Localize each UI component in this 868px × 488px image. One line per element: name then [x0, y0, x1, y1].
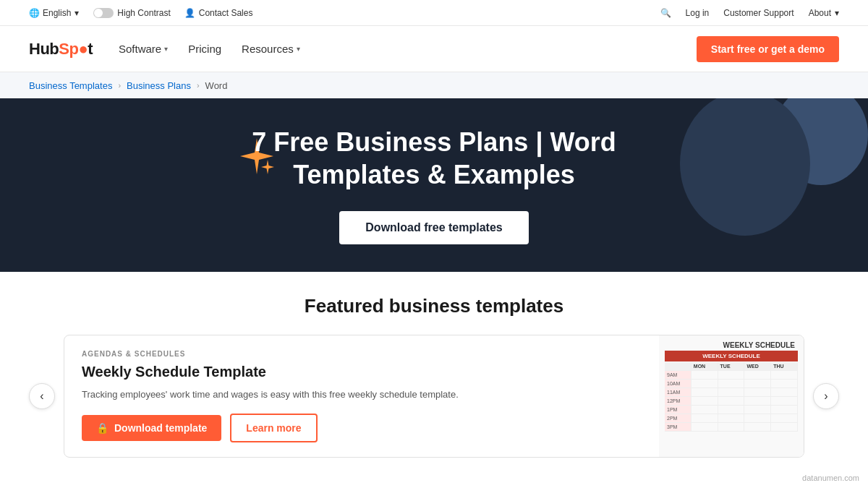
chevron-down-icon: ▾ — [164, 45, 168, 53]
breadcrumb: Business Templates › Business Plans › Wo… — [0, 72, 868, 98]
sheet-row: 11AM — [665, 388, 798, 397]
hubspot-logo[interactable]: HubSp●t — [29, 40, 93, 59]
template-carousel: ‹ AGENDAS & SCHEDULES Weekly Schedule Te… — [29, 335, 839, 458]
breadcrumb-current: Word — [205, 80, 228, 91]
sheet-title-row: WEEKLY SCHEDULE — [665, 351, 798, 361]
logo-accent: Sp — [59, 40, 78, 58]
sheet-cell — [771, 388, 798, 396]
sheet-cell — [744, 397, 771, 405]
sheet-cell: THU — [771, 362, 798, 370]
language-label: English — [43, 8, 71, 18]
sheet-cell — [744, 406, 771, 414]
sheet-cell — [692, 397, 718, 405]
sheet-row: 9AM — [665, 371, 798, 380]
card-description: Tracking employees' work time and wages … — [82, 388, 642, 402]
sheet-cell — [744, 388, 771, 396]
chevron-right-icon: › — [824, 390, 827, 403]
card-category: AGENDAS & SCHEDULES — [82, 350, 642, 358]
start-free-cta-button[interactable]: Start free or get a demo — [697, 36, 839, 62]
sheet-cell — [718, 397, 745, 405]
featured-section: Featured business templates ‹ AGENDAS & … — [0, 272, 868, 472]
high-contrast-toggle[interactable]: High Contrast — [93, 8, 170, 18]
learn-more-button[interactable]: Learn more — [230, 414, 317, 442]
sheet-row: 10AM — [665, 380, 798, 388]
card-actions: 🔒 Download template Learn more — [82, 414, 642, 442]
sheet-cell — [718, 423, 745, 431]
chevron-down-icon: ▾ — [297, 45, 300, 53]
sheet-cell — [744, 414, 771, 422]
sheet-cell — [771, 423, 798, 431]
utility-bar: 🌐 English ▾ High Contrast 👤 Contact Sale… — [0, 0, 868, 26]
sheet-cell — [692, 414, 718, 422]
breadcrumb-separator: › — [118, 81, 121, 90]
toggle-switch[interactable] — [93, 8, 114, 18]
sheet-cell: 11AM — [665, 388, 692, 396]
sheet-cell: MON — [692, 362, 718, 370]
sheet-cell — [771, 380, 798, 388]
sheet-cell — [692, 380, 718, 388]
sheet-cell — [771, 397, 798, 405]
sheet-cell — [718, 406, 745, 414]
pricing-label: Pricing — [188, 43, 221, 55]
sheet-cell — [744, 371, 771, 379]
download-label: Download template — [114, 422, 207, 434]
sheet-cell — [718, 414, 745, 422]
sheet-cell: TUE — [718, 362, 745, 370]
nav-resources[interactable]: Resources ▾ — [242, 43, 300, 55]
spreadsheet-preview: WEEKLY SCHEDULE WEEKLY SCHEDULE MON TUE … — [659, 335, 804, 457]
sheet-row: 1PM — [665, 406, 798, 414]
resources-label: Resources — [242, 43, 294, 55]
globe-icon: 🌐 — [29, 8, 39, 18]
nav-left: HubSp●t Software ▾ Pricing Resources ▾ — [29, 40, 300, 59]
sheet-cell — [744, 380, 771, 388]
sheet-cell — [692, 406, 718, 414]
about-label: About — [809, 8, 831, 18]
software-label: Software — [119, 43, 161, 55]
search-icon: 🔍 — [660, 8, 671, 18]
sheet-cell — [718, 388, 745, 396]
sheet-row: MON TUE WED THU — [665, 362, 798, 371]
contact-sales-label: Contact Sales — [199, 8, 253, 18]
sheet-cell: 9AM — [665, 371, 692, 379]
hero-title: 7 Free Business Plans | Word Templates &… — [217, 126, 651, 191]
about-menu[interactable]: About ▾ — [809, 8, 839, 18]
download-template-button[interactable]: 🔒 Download template — [82, 415, 221, 441]
hero-decorative-circle-dark — [680, 98, 810, 236]
sheet-cell: 1PM — [665, 406, 692, 414]
high-contrast-label: High Contrast — [117, 8, 170, 18]
hero-section: 7 Free Business Plans | Word Templates &… — [0, 98, 868, 272]
sheet-cell — [692, 388, 718, 396]
sheet-header-label: WEEKLY SCHEDULE — [665, 341, 798, 349]
login-link[interactable]: Log in — [686, 8, 710, 18]
carousel-prev-button[interactable]: ‹ — [29, 383, 55, 409]
customer-support-link[interactable]: Customer Support — [723, 8, 793, 18]
nav-software[interactable]: Software ▾ — [119, 43, 168, 55]
sheet-cell — [692, 371, 718, 379]
login-label: Log in — [686, 8, 710, 18]
search-button[interactable]: 🔍 — [660, 8, 671, 18]
breadcrumb-plans-link[interactable]: Business Plans — [127, 80, 191, 91]
sheet-cell — [744, 423, 771, 431]
customer-support-label: Customer Support — [723, 8, 793, 18]
sheet-cell: 3PM — [665, 423, 692, 431]
user-icon: 👤 — [185, 8, 195, 18]
chevron-left-icon: ‹ — [40, 390, 43, 403]
watermark: datanumen.com — [802, 474, 859, 482]
utility-left: 🌐 English ▾ High Contrast 👤 Contact Sale… — [29, 8, 252, 18]
sheet-cell — [771, 406, 798, 414]
language-selector[interactable]: 🌐 English ▾ — [29, 8, 79, 18]
carousel-next-button[interactable]: › — [813, 383, 839, 409]
featured-title: Featured business templates — [29, 295, 839, 317]
sheet-row: 3PM — [665, 423, 798, 432]
sheet-cell — [665, 362, 692, 370]
breadcrumb-separator-2: › — [197, 81, 200, 90]
template-card: AGENDAS & SCHEDULES Weekly Schedule Temp… — [64, 335, 804, 458]
contact-sales-link[interactable]: 👤 Contact Sales — [185, 8, 253, 18]
breadcrumb-templates-link[interactable]: Business Templates — [29, 80, 112, 91]
nav-pricing[interactable]: Pricing — [188, 43, 221, 55]
sheet-cell — [771, 371, 798, 379]
card-content: AGENDAS & SCHEDULES Weekly Schedule Temp… — [64, 335, 659, 457]
hero-download-cta-button[interactable]: Download free templates — [339, 211, 528, 244]
sheet-cell: 2PM — [665, 414, 692, 422]
sheet-cell — [718, 371, 745, 379]
